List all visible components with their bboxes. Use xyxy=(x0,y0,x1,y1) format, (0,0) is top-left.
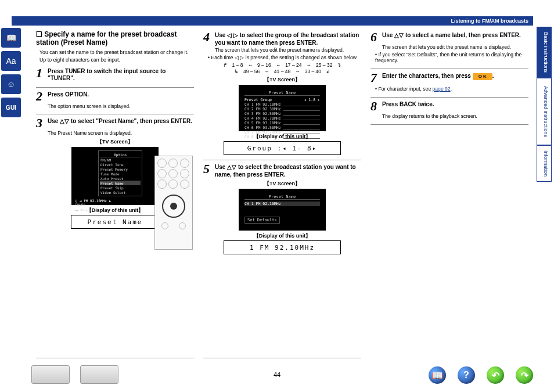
column-3: 6 Use △▽ to select a name label, then pr… xyxy=(366,29,533,358)
tab-information[interactable]: Information xyxy=(537,145,552,182)
tv-screen-step5: Preset Name CH 1 FM 92.10MHz Set Default… xyxy=(239,189,326,231)
step-number-7: 7 xyxy=(370,71,382,84)
nav-help-icon[interactable]: ? xyxy=(458,366,475,384)
step-8: 8 Press BACK twice. xyxy=(370,100,528,113)
left-icon-rail: 📖 Aa ☺ GUI xyxy=(1,28,23,117)
display-label-3: 【Display of this unit】 xyxy=(203,232,361,240)
display-step3: Preset Name xyxy=(71,215,159,229)
step-8-subtext: The display returns to the playback scre… xyxy=(370,113,528,120)
step-3-text: Use △▽ to select "Preset Name", then pre… xyxy=(48,117,192,125)
step-6-bullet: • If you select "Set Defaults", then the… xyxy=(375,52,528,64)
display-step5: 1 FM 92.10MHz xyxy=(224,240,341,254)
step-8-text: Press BACK twice. xyxy=(382,100,434,109)
book-icon[interactable]: 📖 xyxy=(1,28,21,48)
intro-line-1: You can set the name to the preset broad… xyxy=(36,49,194,56)
content-columns: ❏ Specify a name for the preset broadcas… xyxy=(31,29,533,358)
step-1: 1 Press TUNER to switch the input source… xyxy=(36,67,194,82)
step-7-bullet: • For character input, see page 92. xyxy=(375,86,528,92)
gui-icon[interactable]: GUI xyxy=(1,98,21,117)
link-page-92[interactable]: page 92 xyxy=(433,86,451,92)
tv-screen-step3: Option FM/AM Direct Tune Preset Memory T… xyxy=(71,147,159,205)
nav-prev-icon[interactable]: ↶ xyxy=(487,366,504,384)
remote-diagram xyxy=(154,156,193,250)
column-2: 4 Use ◁ ▷ to select the group of the bro… xyxy=(199,29,366,358)
step-4-text: Use ◁ ▷ to select the group of the broad… xyxy=(215,31,361,46)
nav-contents-icon[interactable]: 📖 xyxy=(429,366,446,384)
tv-screen-step4: Preset Name Preset Group◂ 1-8 ▸ CH 1 FM … xyxy=(239,85,326,131)
step-number-1: 1 xyxy=(36,67,48,80)
ok-button-graphic: O K xyxy=(473,73,492,80)
step-4: 4 Use ◁ ▷ to select the group of the bro… xyxy=(203,31,361,46)
right-section-tabs: Basic instructions Advanced instructions… xyxy=(537,27,552,182)
step-2-subtext: The option menu screen is displayed. xyxy=(36,103,194,110)
section-title: ❏ Specify a name for the preset broadcas… xyxy=(36,30,194,47)
step-4-bullet: • Each time ◁ ▷ is pressed, the setting … xyxy=(208,55,361,61)
step-5-text: Use △▽ to select the broadcast station y… xyxy=(215,163,361,178)
step-number-5: 5 xyxy=(203,163,215,175)
step-2: 2 Press OPTION. xyxy=(36,90,194,103)
group-cycle-row2: ↳ 49 – 56↔ 41 – 48↔ 33 – 40 ↲ xyxy=(218,69,346,74)
step-4-subtext: The screen that lets you edit the preset… xyxy=(203,47,361,53)
tab-advanced-instructions[interactable]: Advanced instructions xyxy=(537,78,552,145)
tv-screen-label-1: 【TV Screen】 xyxy=(36,138,194,146)
step-7-text: Enter the characters, then press O K. xyxy=(382,71,494,80)
step-3: 3 Use △▽ to select "Preset Name", then p… xyxy=(36,117,194,130)
display-step4: Group :◂ 1- 8▸ xyxy=(224,141,341,155)
mask-icon[interactable]: ☺ xyxy=(1,74,21,94)
step-7: 7 Enter the characters, then press O K. xyxy=(370,71,528,84)
step-1-text: Press TUNER to switch the input source t… xyxy=(48,67,194,82)
step-number-8: 8 xyxy=(370,100,382,113)
step-number-2: 2 xyxy=(36,90,48,103)
tv-screen-label-3: 【TV Screen】 xyxy=(203,180,361,188)
step-6-subtext: The screen that lets you edit the preset… xyxy=(370,44,528,51)
step-2-text: Press OPTION. xyxy=(48,90,89,99)
tv-screen-label-2: 【TV Screen】 xyxy=(203,76,361,84)
nav-next-icon[interactable]: ↷ xyxy=(516,366,533,384)
page-footer: 44 📖 ? ↶ ↷ xyxy=(0,363,554,386)
option-menu: Option FM/AM Direct Tune Preset Memory T… xyxy=(98,150,142,196)
aa-icon[interactable]: Aa xyxy=(1,51,21,71)
tab-basic-instructions[interactable]: Basic instructions xyxy=(537,27,552,78)
step-6: 6 Use △▽ to select a name label, then pr… xyxy=(370,31,528,44)
group-cycle-row1: ↱ 1 – 8↔ 9 – 16↔ 17 – 24↔ 25 – 32 ↴ xyxy=(218,62,346,68)
step-number-4: 4 xyxy=(203,31,215,44)
page-header-banner: Listening to FM/AM broadcasts xyxy=(12,16,533,26)
step-6-text: Use △▽ to select a name label, then pres… xyxy=(382,31,521,39)
step-5: 5 Use △▽ to select the broadcast station… xyxy=(203,163,361,178)
display-label-2: 【Display of this unit】 xyxy=(203,133,361,141)
step-number-6: 6 xyxy=(370,31,382,44)
nav-buttons: 📖 ? ↶ ↷ xyxy=(429,366,533,384)
step-number-3: 3 xyxy=(36,117,48,130)
intro-line-2: Up to eight characters can be input. xyxy=(36,57,194,63)
step-3-subtext: The Preset Name screen is displayed. xyxy=(36,130,194,136)
column-1: ❏ Specify a name for the preset broadcas… xyxy=(31,29,199,358)
